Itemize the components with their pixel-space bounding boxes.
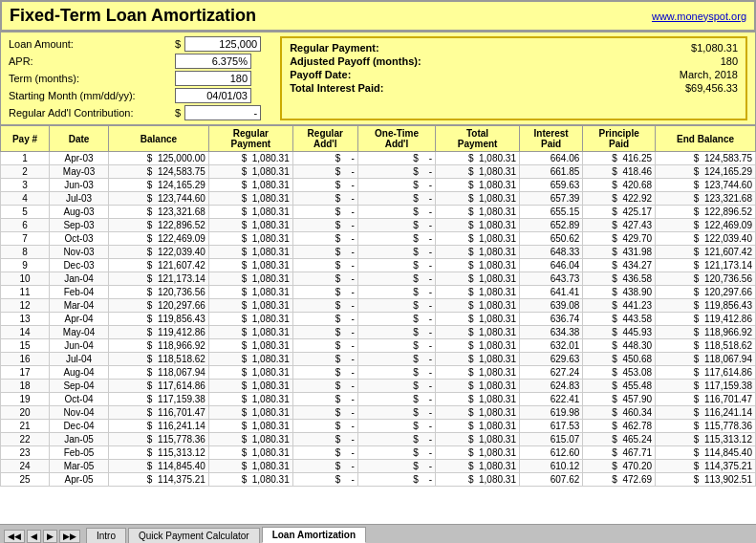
cell-regular-payment: $ 1,080.31 <box>208 152 292 165</box>
cell-interest-paid: 612.60 <box>519 446 582 460</box>
cell-date: Mar-04 <box>49 299 108 313</box>
nav-prev-arrow[interactable]: ◀ <box>27 530 41 543</box>
cell-balance: $ 114,375.21 <box>109 473 209 487</box>
cell-end-balance: $ 113,902.51 <box>656 473 756 487</box>
cell-regular-payment: $ 1,080.31 <box>208 460 292 473</box>
table-row: 16Jul-04$ 118,518.62$ 1,080.31$ -$ -$ 1,… <box>1 353 756 366</box>
cell-regular-payment: $ 1,080.31 <box>208 259 292 272</box>
cell-principle-paid: $ 429.70 <box>583 232 656 246</box>
cell-end-balance: $ 124,583.75 <box>656 152 756 165</box>
spreadsheet-container: Fixed-Term Loan Amortization www.moneysp… <box>0 0 756 543</box>
loan-amount-input[interactable] <box>184 36 261 52</box>
cell-regular-add: $ - <box>292 366 357 380</box>
cell-pay-num: 22 <box>1 433 50 446</box>
cell-principle-paid: $ 445.93 <box>583 326 656 339</box>
page-title: Fixed-Term Loan Amortization <box>10 6 256 26</box>
regular-payment-value: $1,080.31 <box>661 42 738 54</box>
cell-pay-num: 12 <box>1 299 50 313</box>
cell-balance: $ 122,896.52 <box>109 219 209 232</box>
col-interest-paid: InterestPaid <box>519 126 582 152</box>
cell-balance: $ 120,297.66 <box>109 299 209 313</box>
cell-interest-paid: 636.74 <box>519 313 582 326</box>
cell-balance: $ 115,778.36 <box>109 433 209 446</box>
cell-pay-num: 10 <box>1 272 50 286</box>
cell-balance: $ 114,845.40 <box>109 460 209 473</box>
col-principle-paid: PrinciplePaid <box>583 126 656 152</box>
cell-end-balance: $ 122,469.09 <box>656 219 756 232</box>
website-link[interactable]: www.moneyspot.org <box>652 11 746 22</box>
cell-regular-payment: $ 1,080.31 <box>208 192 292 206</box>
adjusted-payoff-row: Adjusted Payoff (months): 180 <box>290 55 738 67</box>
cell-onetime-add: $ - <box>357 219 435 232</box>
tab-loan-amortization[interactable]: Loan Amortization <box>262 527 366 543</box>
table-container[interactable]: Pay # Date Balance RegularPayment Regula… <box>0 125 756 524</box>
cell-interest-paid: 650.62 <box>519 232 582 246</box>
cell-date: Dec-04 <box>49 420 108 433</box>
cell-balance: $ 125,000.00 <box>109 152 209 165</box>
cell-pay-num: 16 <box>1 353 50 366</box>
tab-quick-payment[interactable]: Quick Payment Calculator <box>128 528 260 543</box>
tab-intro[interactable]: Intro <box>86 528 126 543</box>
cell-principle-paid: $ 422.92 <box>583 192 656 206</box>
cell-onetime-add: $ - <box>357 272 435 286</box>
apr-input[interactable] <box>175 54 251 69</box>
cell-interest-paid: 655.15 <box>519 206 582 219</box>
cell-pay-num: 21 <box>1 420 50 433</box>
cell-regular-add: $ - <box>292 206 357 219</box>
cell-principle-paid: $ 441.23 <box>583 299 656 313</box>
cell-onetime-add: $ - <box>357 206 435 219</box>
cell-end-balance: $ 119,412.86 <box>656 313 756 326</box>
nav-first-arrow[interactable]: ◀◀ <box>4 530 25 543</box>
table-row: 22Jan-05$ 115,778.36$ 1,080.31$ -$ -$ 1,… <box>1 433 756 446</box>
input-section: Loan Amount: $ APR: Term (months): Start… <box>0 32 756 125</box>
cell-pay-num: 2 <box>1 165 50 179</box>
adjusted-payoff-label: Adjusted Payoff (months): <box>290 55 421 67</box>
table-row: 25Apr-05$ 114,375.21$ 1,080.31$ -$ -$ 1,… <box>1 473 756 487</box>
nav-last-arrow[interactable]: ▶▶ <box>59 530 80 543</box>
cell-onetime-add: $ - <box>357 446 435 460</box>
cell-total-payment: $ 1,080.31 <box>436 192 520 206</box>
cell-onetime-add: $ - <box>357 460 435 473</box>
nav-next-arrow[interactable]: ▶ <box>43 530 57 543</box>
cell-total-payment: $ 1,080.31 <box>436 366 520 380</box>
cell-principle-paid: $ 434.27 <box>583 259 656 272</box>
cell-balance: $ 124,165.29 <box>109 179 209 192</box>
cell-end-balance: $ 117,159.38 <box>656 380 756 393</box>
regular-add-input[interactable] <box>184 105 261 120</box>
cell-pay-num: 23 <box>1 446 50 460</box>
starting-month-input[interactable] <box>175 88 251 103</box>
cell-end-balance: $ 116,701.47 <box>656 393 756 406</box>
total-interest-label: Total Interest Paid: <box>290 82 383 94</box>
cell-total-payment: $ 1,080.31 <box>436 326 520 339</box>
table-row: 18Sep-04$ 117,614.86$ 1,080.31$ -$ -$ 1,… <box>1 380 756 393</box>
bottom-tabs: ◀◀ ◀ ▶ ▶▶ Intro Quick Payment Calculator… <box>0 524 756 543</box>
cell-total-payment: $ 1,080.31 <box>436 232 520 246</box>
cell-principle-paid: $ 431.98 <box>583 246 656 259</box>
cell-pay-num: 8 <box>1 246 50 259</box>
adjusted-payoff-value: 180 <box>661 55 738 67</box>
cell-pay-num: 14 <box>1 326 50 339</box>
cell-end-balance: $ 120,297.66 <box>656 286 756 299</box>
cell-regular-payment: $ 1,080.31 <box>208 299 292 313</box>
table-row: 1Apr-03$ 125,000.00$ 1,080.31$ -$ -$ 1,0… <box>1 152 756 165</box>
cell-balance: $ 124,583.75 <box>109 165 209 179</box>
regular-add-row: Regular Add'l Contribution: $ <box>9 105 261 120</box>
cell-total-payment: $ 1,080.31 <box>436 246 520 259</box>
cell-balance: $ 123,744.60 <box>109 192 209 206</box>
cell-end-balance: $ 114,845.40 <box>656 446 756 460</box>
term-input[interactable] <box>175 71 251 86</box>
starting-month-label: Starting Month (mm/dd/yy): <box>9 90 171 101</box>
cell-date: Apr-03 <box>49 152 108 165</box>
col-regular-add: RegularAdd'l <box>292 126 357 152</box>
table-row: 11Feb-04$ 120,736.56$ 1,080.31$ -$ -$ 1,… <box>1 286 756 299</box>
cell-regular-add: $ - <box>292 179 357 192</box>
cell-regular-payment: $ 1,080.31 <box>208 446 292 460</box>
cell-total-payment: $ 1,080.31 <box>436 165 520 179</box>
cell-date: Dec-03 <box>49 259 108 272</box>
cell-onetime-add: $ - <box>357 339 435 353</box>
cell-interest-paid: 607.62 <box>519 473 582 487</box>
cell-regular-payment: $ 1,080.31 <box>208 313 292 326</box>
table-row: 12Mar-04$ 120,297.66$ 1,080.31$ -$ -$ 1,… <box>1 299 756 313</box>
cell-end-balance: $ 118,067.94 <box>656 353 756 366</box>
table-row: 5Aug-03$ 123,321.68$ 1,080.31$ -$ -$ 1,0… <box>1 206 756 219</box>
